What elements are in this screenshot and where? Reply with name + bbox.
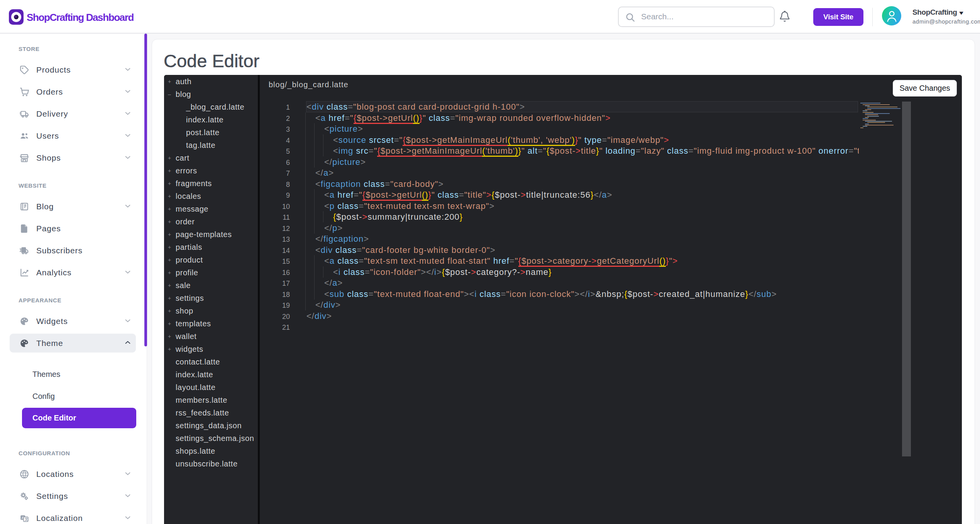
- svg-text:文: 文: [24, 517, 28, 521]
